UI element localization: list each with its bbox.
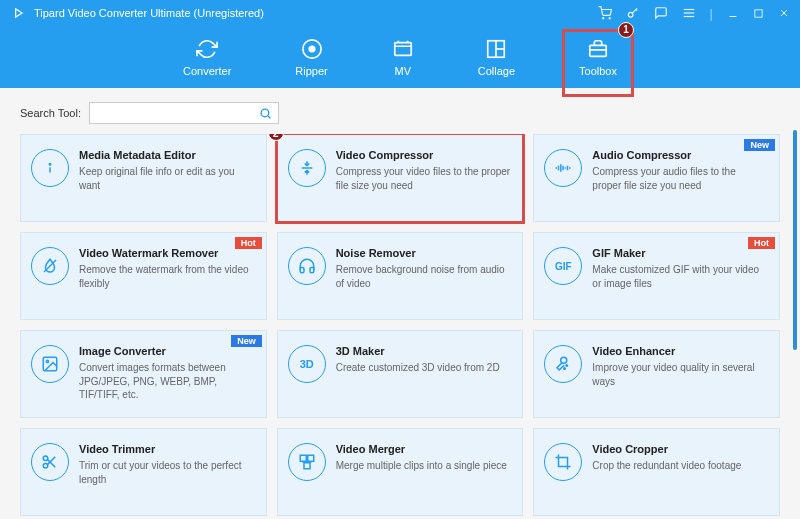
svg-point-26: [564, 368, 566, 370]
cropper-icon: [544, 443, 582, 481]
trimmer-icon: [31, 443, 69, 481]
search-label: Search Tool:: [20, 107, 81, 119]
tool-video-trimmer[interactable]: Video TrimmerTrim or cut your videos to …: [20, 428, 267, 516]
tools-grid: Media Metadata EditorKeep original file …: [0, 134, 800, 519]
app-logo-icon: [10, 5, 26, 21]
svg-point-1: [609, 18, 610, 19]
enhancer-icon: [544, 345, 582, 383]
feedback-icon[interactable]: [654, 6, 668, 20]
svg-point-11: [309, 46, 315, 52]
nav-ripper[interactable]: Ripper: [283, 32, 339, 83]
watermark-icon: [31, 247, 69, 285]
minimize-icon[interactable]: [727, 7, 739, 19]
gif-icon: GIF: [544, 247, 582, 285]
navbar: Converter Ripper MV Collage Toolbox 1: [0, 26, 800, 88]
nav-converter[interactable]: Converter: [171, 32, 243, 83]
svg-point-0: [602, 18, 603, 19]
svg-line-18: [268, 116, 270, 118]
nav-mv[interactable]: MV: [380, 32, 426, 83]
info-icon: [31, 149, 69, 187]
tool-image-converter[interactable]: Image ConverterConvert images formats be…: [20, 330, 267, 418]
search-box[interactable]: [89, 102, 279, 124]
svg-point-24: [561, 357, 567, 363]
tool-noise-remover[interactable]: Noise RemoverRemove background noise fro…: [277, 232, 524, 320]
maximize-icon[interactable]: [753, 8, 764, 19]
svg-point-23: [46, 360, 48, 362]
search-icon[interactable]: [259, 107, 272, 120]
ripper-icon: [301, 38, 323, 60]
nav-toolbox[interactable]: Toolbox 1: [567, 32, 629, 83]
tool-3d-maker[interactable]: 3D 3D MakerCreate customized 3D video fr…: [277, 330, 524, 418]
cart-icon[interactable]: [598, 6, 612, 20]
svg-rect-33: [304, 463, 310, 469]
svg-rect-32: [307, 455, 313, 461]
badge-hot: Hot: [748, 237, 775, 249]
app-title: Tipard Video Converter Ultimate (Unregis…: [34, 7, 264, 19]
collage-icon: [485, 38, 507, 60]
svg-point-25: [566, 365, 568, 367]
badge-new: New: [744, 139, 775, 151]
tool-video-enhancer[interactable]: Video EnhancerImprove your video quality…: [533, 330, 780, 418]
image-icon: [31, 345, 69, 383]
converter-icon: [196, 38, 218, 60]
titlebar: Tipard Video Converter Ultimate (Unregis…: [0, 0, 800, 26]
search-row: Search Tool:: [0, 88, 800, 134]
svg-point-17: [261, 109, 269, 117]
tool-video-cropper[interactable]: Video CropperCrop the redundant video fo…: [533, 428, 780, 516]
tool-video-merger[interactable]: Video MergerMerge multiple clips into a …: [277, 428, 524, 516]
key-icon[interactable]: [626, 6, 640, 20]
svg-rect-31: [300, 455, 306, 461]
tool-audio-compressor[interactable]: Audio CompressorCompress your audio file…: [533, 134, 780, 222]
window-controls: |: [598, 6, 790, 21]
3d-icon: 3D: [288, 345, 326, 383]
nav-collage[interactable]: Collage: [466, 32, 527, 83]
merger-icon: [288, 443, 326, 481]
menu-icon[interactable]: [682, 6, 696, 20]
tool-gif-maker[interactable]: GIF GIF MakerMake customized GIF with yo…: [533, 232, 780, 320]
close-icon[interactable]: [778, 7, 790, 19]
mv-icon: [392, 38, 414, 60]
svg-rect-12: [394, 42, 411, 55]
nav-highlight: [562, 29, 634, 97]
noise-icon: [288, 247, 326, 285]
compress-icon: [288, 149, 326, 187]
callout-1: 1: [618, 22, 634, 38]
svg-rect-7: [755, 9, 762, 16]
tool-watermark-remover[interactable]: Video Watermark RemoverRemove the waterm…: [20, 232, 267, 320]
badge-new: New: [231, 335, 262, 347]
svg-point-2: [628, 12, 633, 17]
audio-compress-icon: [544, 149, 582, 187]
callout-2: 2: [268, 134, 284, 141]
scrollbar[interactable]: [793, 130, 797, 350]
badge-hot: Hot: [235, 237, 262, 249]
tool-video-compressor[interactable]: Video CompressorCompress your video file…: [277, 134, 524, 222]
svg-point-19: [49, 164, 51, 166]
tool-media-metadata[interactable]: Media Metadata EditorKeep original file …: [20, 134, 267, 222]
search-input[interactable]: [96, 107, 259, 119]
